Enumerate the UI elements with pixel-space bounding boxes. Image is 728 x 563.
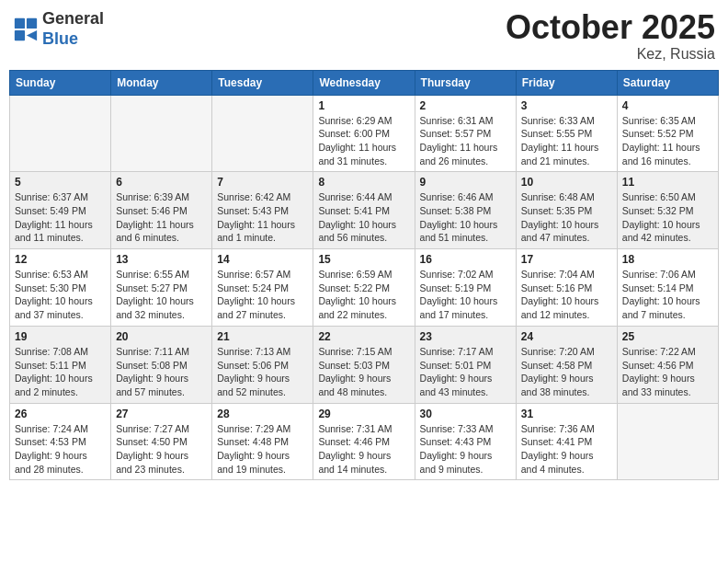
- day-number: 24: [521, 330, 612, 343]
- svg-rect-1: [27, 17, 37, 28]
- logo-general: General: [42, 9, 104, 28]
- calendar-cell: 4Sunrise: 6:35 AMSunset: 5:52 PMDaylight…: [617, 95, 718, 172]
- day-number: 3: [521, 99, 612, 112]
- calendar-cell: 20Sunrise: 7:11 AMSunset: 5:08 PMDayligh…: [111, 326, 212, 403]
- calendar-cell: 25Sunrise: 7:22 AMSunset: 4:56 PMDayligh…: [617, 326, 718, 403]
- calendar-cell: 9Sunrise: 6:46 AMSunset: 5:38 PMDaylight…: [415, 172, 516, 249]
- week-row-2: 5Sunrise: 6:37 AMSunset: 5:49 PMDaylight…: [10, 172, 719, 249]
- day-info: Sunrise: 6:37 AMSunset: 5:49 PMDaylight:…: [15, 190, 106, 245]
- calendar-cell: [10, 95, 111, 172]
- svg-rect-0: [15, 17, 25, 28]
- day-info: Sunrise: 6:48 AMSunset: 5:35 PMDaylight:…: [521, 190, 612, 245]
- day-info: Sunrise: 6:57 AMSunset: 5:24 PMDaylight:…: [217, 268, 308, 322]
- day-number: 23: [420, 330, 511, 343]
- day-number: 7: [217, 176, 308, 189]
- calendar-cell: 12Sunrise: 6:53 AMSunset: 5:30 PMDayligh…: [10, 249, 111, 327]
- day-number: 8: [318, 176, 409, 189]
- day-info: Sunrise: 7:33 AMSunset: 4:43 PMDaylight:…: [420, 422, 511, 477]
- day-info: Sunrise: 7:22 AMSunset: 4:56 PMDaylight:…: [622, 345, 713, 399]
- calendar-table: SundayMondayTuesdayWednesdayThursdayFrid…: [9, 70, 719, 481]
- day-number: 13: [116, 253, 207, 266]
- day-number: 5: [15, 176, 106, 189]
- logo-blue: Blue: [42, 29, 78, 48]
- calendar-cell: 21Sunrise: 7:13 AMSunset: 5:06 PMDayligh…: [212, 326, 313, 403]
- calendar-cell: 8Sunrise: 6:44 AMSunset: 5:41 PMDaylight…: [313, 172, 415, 249]
- svg-rect-2: [15, 30, 25, 40]
- day-header-tuesday: Tuesday: [212, 70, 313, 95]
- day-info: Sunrise: 6:42 AMSunset: 5:43 PMDaylight:…: [217, 190, 308, 245]
- week-row-4: 19Sunrise: 7:08 AMSunset: 5:11 PMDayligh…: [10, 326, 719, 403]
- calendar-cell: 30Sunrise: 7:33 AMSunset: 4:43 PMDayligh…: [415, 403, 516, 480]
- day-header-thursday: Thursday: [415, 70, 516, 95]
- day-info: Sunrise: 7:29 AMSunset: 4:48 PMDaylight:…: [217, 422, 308, 477]
- calendar-cell: 13Sunrise: 6:55 AMSunset: 5:27 PMDayligh…: [111, 249, 212, 327]
- calendar-cell: 14Sunrise: 6:57 AMSunset: 5:24 PMDayligh…: [212, 249, 313, 327]
- day-info: Sunrise: 7:24 AMSunset: 4:53 PMDaylight:…: [15, 422, 106, 477]
- day-info: Sunrise: 7:13 AMSunset: 5:06 PMDaylight:…: [217, 345, 308, 399]
- day-info: Sunrise: 7:11 AMSunset: 5:08 PMDaylight:…: [116, 345, 207, 399]
- day-number: 10: [521, 176, 612, 189]
- calendar-cell: 27Sunrise: 7:27 AMSunset: 4:50 PMDayligh…: [111, 403, 212, 480]
- calendar-cell: 16Sunrise: 7:02 AMSunset: 5:19 PMDayligh…: [415, 249, 516, 327]
- location: Kez, Russia: [506, 46, 715, 63]
- calendar-cell: [617, 403, 718, 480]
- day-info: Sunrise: 7:31 AMSunset: 4:46 PMDaylight:…: [318, 422, 409, 477]
- day-number: 2: [420, 99, 511, 112]
- day-number: 18: [622, 253, 713, 266]
- calendar-cell: 31Sunrise: 7:36 AMSunset: 4:41 PMDayligh…: [516, 403, 617, 480]
- calendar-cell: 15Sunrise: 6:59 AMSunset: 5:22 PMDayligh…: [313, 249, 415, 327]
- calendar-cell: 18Sunrise: 7:06 AMSunset: 5:14 PMDayligh…: [617, 249, 718, 327]
- title-block: October 2025 Kez, Russia: [506, 9, 715, 63]
- week-row-5: 26Sunrise: 7:24 AMSunset: 4:53 PMDayligh…: [10, 403, 719, 480]
- day-info: Sunrise: 6:39 AMSunset: 5:46 PMDaylight:…: [116, 190, 207, 245]
- day-info: Sunrise: 6:59 AMSunset: 5:22 PMDaylight:…: [318, 268, 409, 322]
- day-header-friday: Friday: [516, 70, 617, 95]
- calendar-cell: 3Sunrise: 6:33 AMSunset: 5:55 PMDaylight…: [516, 95, 617, 172]
- day-info: Sunrise: 6:31 AMSunset: 5:57 PMDaylight:…: [420, 114, 511, 168]
- svg-marker-3: [27, 30, 37, 40]
- day-info: Sunrise: 7:20 AMSunset: 4:58 PMDaylight:…: [521, 345, 612, 399]
- day-number: 21: [217, 330, 308, 343]
- calendar-cell: 24Sunrise: 7:20 AMSunset: 4:58 PMDayligh…: [516, 326, 617, 403]
- day-number: 11: [622, 176, 713, 189]
- day-number: 15: [318, 253, 409, 266]
- day-number: 31: [521, 408, 612, 420]
- calendar-cell: 23Sunrise: 7:17 AMSunset: 5:01 PMDayligh…: [415, 326, 516, 403]
- day-info: Sunrise: 6:44 AMSunset: 5:41 PMDaylight:…: [318, 190, 409, 245]
- day-number: 12: [15, 253, 106, 266]
- calendar-cell: 29Sunrise: 7:31 AMSunset: 4:46 PMDayligh…: [313, 403, 415, 480]
- day-number: 6: [116, 176, 207, 189]
- day-info: Sunrise: 6:33 AMSunset: 5:55 PMDaylight:…: [521, 114, 612, 168]
- calendar-cell: 11Sunrise: 6:50 AMSunset: 5:32 PMDayligh…: [617, 172, 718, 249]
- day-number: 20: [116, 330, 207, 343]
- week-row-1: 1Sunrise: 6:29 AMSunset: 6:00 PMDaylight…: [10, 95, 719, 172]
- calendar-cell: 7Sunrise: 6:42 AMSunset: 5:43 PMDaylight…: [212, 172, 313, 249]
- day-number: 27: [116, 408, 207, 420]
- day-header-sunday: Sunday: [10, 70, 111, 95]
- calendar-cell: [212, 95, 313, 172]
- day-number: 26: [15, 408, 106, 420]
- page-header: General Blue October 2025 Kez, Russia: [9, 9, 719, 63]
- day-header-monday: Monday: [111, 70, 212, 95]
- day-info: Sunrise: 7:15 AMSunset: 5:03 PMDaylight:…: [318, 345, 409, 399]
- week-row-3: 12Sunrise: 6:53 AMSunset: 5:30 PMDayligh…: [10, 249, 719, 327]
- logo-icon: [13, 17, 39, 42]
- day-number: 22: [318, 330, 409, 343]
- calendar-cell: 5Sunrise: 6:37 AMSunset: 5:49 PMDaylight…: [10, 172, 111, 249]
- day-info: Sunrise: 6:29 AMSunset: 6:00 PMDaylight:…: [318, 114, 409, 168]
- day-info: Sunrise: 6:55 AMSunset: 5:27 PMDaylight:…: [116, 268, 207, 322]
- day-number: 9: [420, 176, 511, 189]
- day-info: Sunrise: 7:27 AMSunset: 4:50 PMDaylight:…: [116, 422, 207, 477]
- calendar-header-row: SundayMondayTuesdayWednesdayThursdayFrid…: [10, 70, 719, 95]
- day-number: 30: [420, 408, 511, 420]
- calendar-cell: 19Sunrise: 7:08 AMSunset: 5:11 PMDayligh…: [10, 326, 111, 403]
- day-number: 1: [318, 99, 409, 112]
- day-number: 16: [420, 253, 511, 266]
- day-info: Sunrise: 7:08 AMSunset: 5:11 PMDaylight:…: [15, 345, 106, 399]
- day-number: 17: [521, 253, 612, 266]
- calendar-cell: 6Sunrise: 6:39 AMSunset: 5:46 PMDaylight…: [111, 172, 212, 249]
- calendar-cell: 26Sunrise: 7:24 AMSunset: 4:53 PMDayligh…: [10, 403, 111, 480]
- day-info: Sunrise: 7:36 AMSunset: 4:41 PMDaylight:…: [521, 422, 612, 477]
- day-number: 4: [622, 99, 713, 112]
- day-header-wednesday: Wednesday: [313, 70, 415, 95]
